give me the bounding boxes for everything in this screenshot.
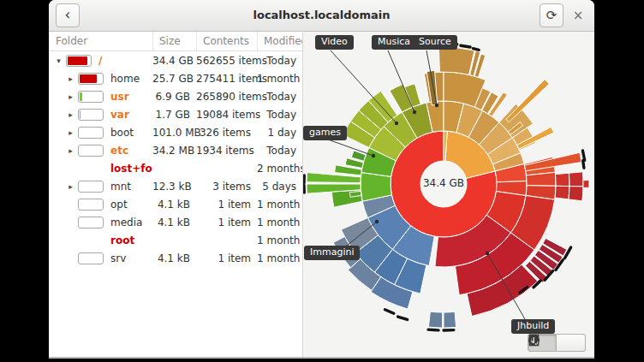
folder-name: usr — [110, 91, 129, 103]
close-icon: × — [573, 8, 584, 23]
modified-cell: 1 month — [257, 234, 302, 246]
truncation-dash-icon — [473, 49, 479, 50]
table-header: Folder Size Contents Modified — [49, 32, 302, 51]
folder-cell: lost+found — [49, 163, 152, 175]
truncation-dash-icon — [385, 310, 394, 313]
main-content: Folder Size Contents Modified ▾/34.4 GB5… — [49, 32, 594, 358]
usage-bar-icon — [78, 217, 104, 228]
modified-cell: 1 month — [257, 252, 302, 264]
folder-cell: ▸usr — [49, 91, 152, 103]
segment-label: Source — [413, 35, 457, 50]
ring-segment[interactable] — [349, 192, 361, 198]
folder-cell: ▸var — [49, 109, 152, 121]
expander-icon[interactable]: ▸ — [65, 182, 76, 191]
contents-cell: 1 item — [196, 252, 257, 264]
table-row[interactable]: ▸home25.7 GB275411 items1 month — [49, 69, 302, 87]
contents-cell: 1934 items — [196, 145, 257, 157]
modified-cell: 2 months — [257, 163, 302, 175]
folder-name: media — [110, 217, 142, 228]
table-row[interactable]: ▾/34.4 GB562655 itemsToday — [49, 51, 302, 69]
table-row[interactable]: media4.1 kB1 item1 month — [49, 213, 302, 231]
label-anchor-dot — [486, 252, 489, 255]
expander-icon[interactable]: ▸ — [65, 110, 76, 119]
modified-cell: Today — [257, 145, 302, 157]
truncation-dash-icon — [583, 161, 584, 169]
truncation-dash-icon — [428, 329, 438, 330]
segment-label: Musica — [372, 35, 416, 50]
column-header-contents[interactable]: Contents — [196, 32, 257, 50]
ring-segment[interactable] — [569, 172, 583, 187]
modified-cell: 1 day — [257, 127, 302, 139]
column-header-folder[interactable]: Folder — [49, 32, 152, 50]
usage-bar-icon — [78, 181, 104, 193]
folder-cell: srv — [49, 252, 152, 264]
table-row[interactable]: ▸boot101.0 MB326 items1 day — [49, 123, 302, 141]
ring-segment[interactable] — [555, 186, 569, 199]
ring-segment[interactable] — [428, 312, 442, 328]
label-anchor-dot — [413, 110, 416, 114]
folder-cell: media — [49, 217, 152, 228]
ring-segment[interactable] — [569, 187, 583, 201]
folder-name: mnt — [110, 181, 131, 193]
expander-icon[interactable]: ▸ — [65, 92, 76, 101]
size-cell: 34.2 MB — [152, 145, 196, 157]
treemap-view-button[interactable] — [557, 334, 586, 352]
truncation-dash-icon — [582, 151, 584, 160]
modified-cell: 1 month — [257, 73, 302, 85]
usage-bar-icon — [78, 252, 104, 264]
rings-chart-svg[interactable] — [303, 32, 594, 357]
usage-bar-icon — [66, 55, 92, 67]
folder-cell: ▸boot — [49, 127, 152, 139]
size-cell: 12.3 kB — [152, 181, 196, 193]
table-row[interactable]: opt4.1 kB1 item1 month — [49, 195, 302, 213]
size-cell: 101.0 MB — [152, 127, 196, 139]
truncation-dash-icon — [461, 45, 470, 47]
table-row[interactable]: ▸var1.7 GB19084 itemsToday — [49, 105, 302, 123]
table-row[interactable]: lost+found2 months — [49, 159, 302, 177]
ring-segment[interactable] — [438, 47, 474, 74]
column-header-modified[interactable]: Modified — [257, 32, 302, 50]
label-anchor-dot — [435, 104, 438, 107]
contents-cell: 19084 items — [196, 109, 257, 121]
folder-name: boot — [110, 127, 134, 139]
usage-bar-icon — [78, 127, 104, 139]
window-title: localhost.localdomain — [49, 0, 594, 31]
contents-cell: 1 item — [196, 199, 257, 211]
ring-segment[interactable] — [444, 312, 456, 328]
table-row[interactable]: srv4.1 kB1 item1 month — [49, 249, 302, 267]
expander-icon[interactable]: ▾ — [53, 56, 64, 65]
folder-name: srv — [110, 252, 126, 264]
ring-segment[interactable] — [556, 173, 570, 186]
table-row[interactable]: ▸usr6.9 GB265890 itemsToday — [49, 87, 302, 105]
contents-cell: 275411 items — [196, 73, 257, 85]
truncation-dash-icon — [398, 317, 408, 319]
size-cell: 4.1 kB — [152, 199, 196, 211]
modified-cell: Today — [257, 91, 302, 103]
table-row[interactable]: ▸mnt12.3 kB3 items5 days — [49, 177, 302, 195]
column-header-size[interactable]: Size — [152, 32, 196, 50]
segment-label: Video — [315, 35, 354, 50]
contents-cell: 562655 items — [196, 55, 257, 67]
folder-cell: ▸home — [49, 73, 152, 85]
expander-icon[interactable]: ▸ — [65, 74, 76, 83]
table-row[interactable]: root1 month — [49, 231, 302, 249]
table-row[interactable]: ▸etc34.2 MB1934 itemsToday — [49, 141, 302, 159]
size-cell: 4.1 kB — [152, 252, 196, 264]
reload-button[interactable]: ⟳ — [540, 3, 564, 27]
usage-bar-icon — [78, 145, 104, 157]
usage-bar-icon — [78, 109, 104, 121]
usage-bar-icon — [78, 91, 104, 103]
folder-table-body: ▾/34.4 GB562655 itemsToday▸home25.7 GB27… — [49, 51, 302, 267]
size-cell: 25.7 GB — [152, 73, 196, 85]
modified-cell: 5 days — [257, 181, 302, 193]
expander-icon[interactable]: ▸ — [65, 146, 76, 155]
folder-name: var — [110, 109, 129, 121]
expander-icon[interactable]: ▸ — [65, 128, 76, 137]
treemap-chart-icon — [528, 334, 540, 347]
ring-segment[interactable] — [583, 181, 589, 188]
size-cell: 1.7 GB — [152, 109, 196, 121]
modified-cell: Today — [257, 109, 302, 121]
folder-name: lost+found — [110, 163, 152, 175]
chart-center-label: 34.4 GB — [409, 177, 478, 189]
close-button[interactable]: × — [567, 3, 589, 27]
